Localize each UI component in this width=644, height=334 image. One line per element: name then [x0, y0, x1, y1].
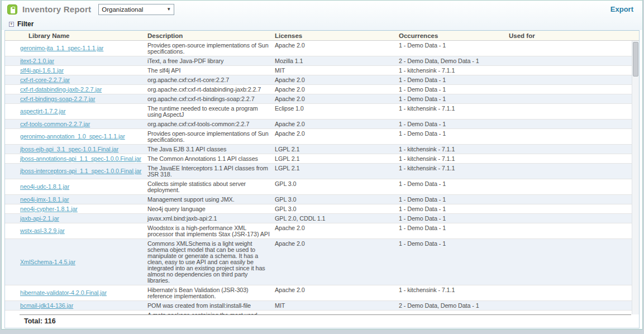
used-for-cell — [509, 94, 639, 103]
library-link[interactable]: jboss-ejb-api_3.1_spec-1.0.1.Final.jar — [20, 146, 118, 152]
used-for-cell — [509, 164, 639, 179]
table-row: jboss-annotations-api_1.1_spec-1.0.0.Fin… — [5, 154, 639, 164]
vertical-scrollbar[interactable] — [632, 41, 639, 314]
licenses-cell: Apache 2.0 — [275, 285, 399, 300]
occurrences-cell: 1 - Demo Data - 1 — [399, 204, 509, 213]
library-link[interactable]: neo4j-jmx-1.8.1.jar — [20, 197, 69, 203]
export-link[interactable]: Export — [610, 5, 633, 13]
library-link[interactable]: geronimo-jta_1.1_spec-1.1.1.jar — [20, 45, 103, 51]
licenses-cell: Apache 2.0 — [275, 41, 399, 56]
description-cell: The slf4j API — [147, 66, 275, 75]
library-link[interactable]: neo4j-cypher-1.8.1.jar — [20, 206, 78, 212]
table-header-row: Library Name Description Licenses Occurr… — [5, 31, 639, 41]
occurrences-cell: 1 - Demo Data - 1 — [399, 129, 509, 144]
library-link[interactable]: cxf-rt-core-2.2.7.jar — [20, 77, 70, 83]
library-link[interactable]: itext-2.1.0.jar — [20, 58, 54, 64]
licenses-cell: GPL 2.0, CDDL 1.1 — [275, 214, 399, 223]
table-row: neo4j-jmx-1.8.1.jar Management support u… — [5, 195, 639, 204]
table-row: neo4j-cypher-1.8.1.jar Neo4j query langu… — [5, 204, 639, 214]
library-link[interactable]: jboss-interceptors-api_1.1_spec-1.0.0.Fi… — [20, 168, 141, 174]
chevron-down-icon: ▼ — [166, 7, 171, 12]
library-link[interactable]: cxf-rt-databinding-jaxb-2.2.7.jar — [20, 87, 102, 93]
library-link[interactable]: XmlSchema-1.4.5.jar — [20, 259, 75, 265]
used-for-cell — [509, 214, 639, 223]
description-cell: org.apache.cxf:cxf-rt-core:2.2.7 — [147, 75, 275, 84]
panel-top: Inventory Report Organizational ▼ Export… — [2, 1, 642, 30]
used-for-cell — [509, 85, 639, 94]
used-for-cell — [509, 145, 639, 154]
table-row: itext-2.1.0.jar iText, a free Java-PDF l… — [5, 56, 639, 66]
description-cell: A meta package containing the most used — [147, 311, 275, 314]
occurrences-cell — [399, 311, 509, 314]
table-row: neo4j-udc-1.8.1.jar Collects simple stat… — [5, 179, 639, 195]
licenses-cell: GPL 3.0 — [275, 195, 399, 204]
used-for-cell — [509, 66, 639, 75]
table-row: A meta package containing the most used — [5, 311, 639, 314]
description-cell: POM was created from install:install-fil… — [147, 301, 275, 310]
library-link[interactable]: cxf-rt-bindings-soap-2.2.7.jar — [20, 96, 95, 102]
library-link[interactable]: neo4j-udc-1.8.1.jar — [20, 184, 69, 190]
licenses-cell: Mozilla 1.1 — [275, 56, 399, 65]
library-link[interactable]: bcmail-jdk14-136.jar — [20, 303, 73, 309]
table-row: slf4j-api-1.6.1.jar The slf4j API MIT 1 … — [5, 66, 639, 75]
library-link[interactable]: jboss-annotations-api_1.1_spec-1.0.0.Fin… — [20, 156, 141, 162]
licenses-cell: MIT — [275, 66, 399, 75]
library-link[interactable]: slf4j-api-1.6.1.jar — [20, 68, 64, 74]
licenses-cell: LGPL 2.1 — [275, 164, 399, 179]
occurrences-cell: 1 - Demo Data - 1 — [399, 85, 509, 94]
used-for-cell — [509, 75, 639, 84]
licenses-cell — [275, 311, 399, 314]
used-for-cell — [509, 120, 639, 128]
description-cell: Hibernate's Bean Validation (JSR-303) re… — [147, 285, 275, 300]
description-cell: The Common Annotations 1.1 API classes — [147, 154, 275, 163]
occurrences-cell: 1 - kitchensink - 7.1.1 — [399, 285, 509, 300]
licenses-cell: Apache 2.0 — [275, 223, 399, 238]
inventory-report-panel: Inventory Report Organizational ▼ Export… — [1, 0, 643, 330]
table-row: XmlSchema-1.4.5.jar Commons XMLSchema is… — [5, 239, 639, 285]
library-link[interactable]: wstx-asl-3.2.9.jar — [20, 228, 65, 234]
licenses-cell: Apache 2.0 — [275, 94, 399, 103]
library-link[interactable]: jaxb-api-2.1.jar — [20, 216, 59, 222]
description-cell: iText, a free Java-PDF library — [147, 56, 275, 65]
report-type-selected-value: Organizational — [102, 6, 143, 13]
library-link[interactable]: geronimo-annotation_1.0_spec-1.1.1.jar — [20, 133, 125, 140]
table-row: hibernate-validator-4.2.0.Final.jar Hibe… — [5, 285, 639, 301]
table-row: wstx-asl-3.2.9.jar Woodstox is a high-pe… — [5, 223, 639, 239]
description-cell: The JavaEE Interceptors 1.1 API classes … — [147, 164, 275, 179]
table-row: bcmail-jdk14-136.jar POM was created fro… — [5, 301, 639, 311]
used-for-cell — [509, 129, 639, 144]
library-link[interactable]: aspectjrt-1.7.2.jar — [20, 108, 66, 114]
licenses-cell: Apache 2.0 — [275, 75, 399, 84]
occurrences-cell: 1 - kitchensink - 7.1.1 — [399, 164, 509, 179]
occurrences-cell: 1 - Demo Data - 1 — [399, 179, 509, 194]
expand-plus-icon[interactable]: + — [9, 22, 14, 27]
occurrences-cell: 1 - kitchensink - 7.1.1 — [399, 154, 509, 163]
description-cell: org.apache.cxf:cxf-tools-common:2.2.7 — [147, 120, 275, 128]
used-for-cell — [509, 179, 639, 194]
licenses-cell: LGPL 2.1 — [275, 154, 399, 163]
description-cell: Collects simple statistics about server … — [147, 179, 275, 194]
library-link[interactable]: cxf-tools-common-2.2.7.jar — [20, 121, 90, 127]
occurrences-cell: 2 - Demo Data, Demo Data - 1 — [399, 56, 509, 65]
inventory-report-icon — [7, 4, 17, 15]
used-for-cell — [509, 154, 639, 163]
library-link[interactable]: hibernate-validator-4.2.0.Final.jar — [20, 290, 107, 296]
occurrences-cell: 1 - Demo Data - 1 — [399, 239, 509, 285]
table-row: cxf-rt-core-2.2.7.jar org.apache.cxf:cxf… — [5, 75, 639, 85]
occurrences-cell: 1 - Demo Data - 1 — [399, 223, 509, 238]
scrollbar-thumb[interactable] — [633, 42, 638, 77]
report-type-select[interactable]: Organizational ▼ — [98, 4, 174, 15]
column-header-used-for: Used for — [509, 32, 639, 39]
filter-bar[interactable]: + Filter — [2, 18, 642, 30]
column-header-licenses: Licenses — [275, 32, 399, 39]
used-for-cell — [509, 311, 639, 314]
occurrences-cell: 1 - Demo Data - 1 — [399, 94, 509, 103]
used-for-cell — [509, 104, 639, 119]
column-header-occurrences: Occurrences — [399, 32, 509, 39]
description-cell: org.apache.cxf:cxf-rt-bindings-soap:2.2.… — [147, 94, 275, 103]
occurrences-cell: 1 - kitchensink - 7.1.1 — [399, 66, 509, 75]
description-cell: The Java EJB 3.1 API classes — [147, 145, 275, 154]
description-cell: javax.xml.bind:jaxb-api:2.1 — [147, 214, 275, 223]
table-row: geronimo-jta_1.1_spec-1.1.1.jar Provides… — [5, 41, 639, 56]
page-title: Inventory Report — [22, 4, 91, 14]
